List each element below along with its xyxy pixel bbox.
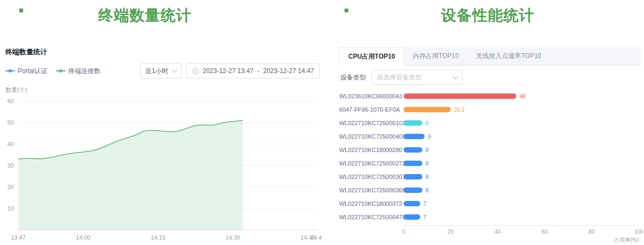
legend-marker-portal <box>5 68 15 74</box>
x-tick-label: 80 <box>589 229 595 235</box>
cpu-top10-bar-chart: WL023610KC06000043486047-FF96-1070-EF0A2… <box>339 89 639 245</box>
bar-row: WL022710KC7250004099 <box>339 129 639 143</box>
x-tick-label: 20 <box>448 229 453 235</box>
chart-legend: Portal认证 终端连接数 <box>5 67 100 76</box>
bar[interactable] <box>404 174 422 179</box>
bar-row: WL023610KC0600004348 <box>339 89 639 103</box>
bar-row: WL022710KC7250004707 <box>339 210 639 224</box>
bar[interactable] <box>404 147 422 153</box>
bar-track: 20.2 <box>404 103 639 116</box>
bar[interactable] <box>404 93 516 99</box>
bar-category-label: WL022710KC725000369 <box>339 187 404 193</box>
svg-text:30: 30 <box>8 162 14 169</box>
svg-text:60: 60 <box>8 98 14 104</box>
bar-category-label: WL022710KC725000409 <box>339 133 404 140</box>
device-type-placeholder: 请选择设备类型 <box>377 73 422 82</box>
performance-tabs: CPU占用TOP10内存占用TOP10无线接入点速率TOP10 <box>339 47 641 66</box>
bar-value-label: 7 <box>423 214 427 220</box>
bar-row: WL022710KC7250001028 <box>339 116 639 129</box>
bar-track: 8 <box>404 156 639 170</box>
bar-value-label: 8 <box>426 120 429 126</box>
bar-category-label: WL022710KC725000102 <box>339 120 404 126</box>
svg-text:13:47: 13:47 <box>11 234 26 241</box>
bar-category-label: WL022710KC18000372 <box>339 200 404 207</box>
date-range-picker[interactable]: 2023-12-27 13:47 - 2023-12-27 14:47 <box>186 63 320 78</box>
bar[interactable] <box>404 134 425 139</box>
bar[interactable] <box>404 188 422 193</box>
bar[interactable] <box>404 214 420 220</box>
svg-text:14:15: 14:15 <box>151 234 166 241</box>
panel-title: 终端数量统计 <box>5 47 47 57</box>
tab-0[interactable]: CPU占用TOP10 <box>339 47 404 66</box>
left-heading: 终端数量统计 <box>0 5 290 26</box>
x-tick-label: 60 <box>541 229 547 235</box>
device-type-label: 设备类型 <box>340 73 366 82</box>
svg-text:50: 50 <box>8 119 14 126</box>
bar[interactable] <box>404 120 422 126</box>
bar-category-label: WL022710KC725000470 <box>339 214 404 220</box>
bar-category-label: WL022710KC18000280 <box>339 147 404 153</box>
tab-1[interactable]: 内存占用TOP10 <box>404 47 467 65</box>
svg-text:14:30: 14:30 <box>225 234 240 241</box>
bar-value-label: 8 <box>426 187 429 193</box>
bar-track: 7 <box>404 197 639 210</box>
bar-row: 6047-FF96-1070-EF0A20.2 <box>339 103 639 116</box>
bar[interactable] <box>404 107 451 112</box>
bar-category-label: WL023610KC06000043 <box>339 93 404 99</box>
bar-value-label: 7 <box>423 200 427 206</box>
bar-track: 9 <box>404 129 639 143</box>
legend-label: 终端连接数 <box>68 67 100 76</box>
svg-text:10: 10 <box>8 205 14 212</box>
time-range-select[interactable]: 近1小时 <box>140 63 182 78</box>
device-performance-section: 设备性能统计 CPU占用TOP10内存占用TOP10无线接入点速率TOP10 设… <box>332 0 644 245</box>
clock-icon <box>192 68 199 75</box>
y-axis-name: 数量(个) <box>5 86 27 94</box>
date-start: 2023-12-27 13:47 <box>203 67 254 75</box>
bar-track: 8 <box>404 170 639 183</box>
bar[interactable] <box>404 201 420 206</box>
svg-text:14:00: 14:00 <box>76 234 91 241</box>
legend-item[interactable]: 终端连接数 <box>56 67 100 76</box>
time-range-value: 近1小时 <box>145 67 169 76</box>
date-separator: - <box>257 67 259 75</box>
bar-value-label: 8 <box>426 174 429 179</box>
x-tick-label: 0 <box>402 229 405 235</box>
x-tick-label: 100 <box>634 229 643 235</box>
chevron-down-icon <box>172 68 177 73</box>
bar-value-label: 9 <box>428 133 431 139</box>
bar-value-label: 20.2 <box>454 106 464 112</box>
device-type-select[interactable]: 请选择设备类型 <box>371 70 463 85</box>
bar-value-label: 8 <box>426 160 429 166</box>
bar-category-label: WL022710KC725000307 <box>339 174 404 180</box>
legend-item[interactable]: Portal认证 <box>5 67 47 76</box>
terminal-line-chart[interactable]: 10203040506013:4714:0014:1514:3014:4514:… <box>2 96 322 242</box>
bar-value-label: 8 <box>426 147 429 153</box>
x-axis: 020406080100占用率(%) <box>404 225 639 245</box>
chevron-down-icon <box>453 74 458 80</box>
x-tick-label: 40 <box>495 229 501 235</box>
legend-label: Portal认证 <box>18 67 47 76</box>
bar-row: WL022710KC7250003078 <box>339 170 639 183</box>
bar-track: 7 <box>404 210 639 224</box>
bar-track: 8 <box>404 116 639 129</box>
date-end: 2023-12-27 14:47 <box>263 67 314 75</box>
svg-text:14:47: 14:47 <box>310 234 322 241</box>
terminal-statistics-section: 终端数量统计 终端数量统计 Portal认证 终端连接数 近1小时 <box>0 0 328 245</box>
svg-text:20: 20 <box>8 184 14 190</box>
bar[interactable] <box>404 161 422 166</box>
bar-row: WL022710KC180003727 <box>339 197 639 210</box>
bar-track: 48 <box>404 89 639 103</box>
bar-track: 8 <box>404 143 639 156</box>
bar-row: WL022710KC180002808 <box>339 143 639 156</box>
bar-row: WL022710KC7250002728 <box>339 156 639 170</box>
legend-marker-terminal <box>56 68 65 74</box>
svg-text:40: 40 <box>8 141 14 147</box>
bar-row: WL022710KC7250003698 <box>339 183 639 197</box>
bar-track: 8 <box>404 183 639 197</box>
bar-category-label: WL022710KC725000272 <box>339 160 404 167</box>
bar-value-label: 48 <box>519 93 525 99</box>
tab-2[interactable]: 无线接入点速率TOP10 <box>467 47 550 65</box>
bar-category-label: 6047-FF96-1070-EF0A <box>339 106 404 113</box>
x-axis-name: 占用率(%) <box>614 236 639 244</box>
right-heading: 设备性能统计 <box>332 5 644 26</box>
